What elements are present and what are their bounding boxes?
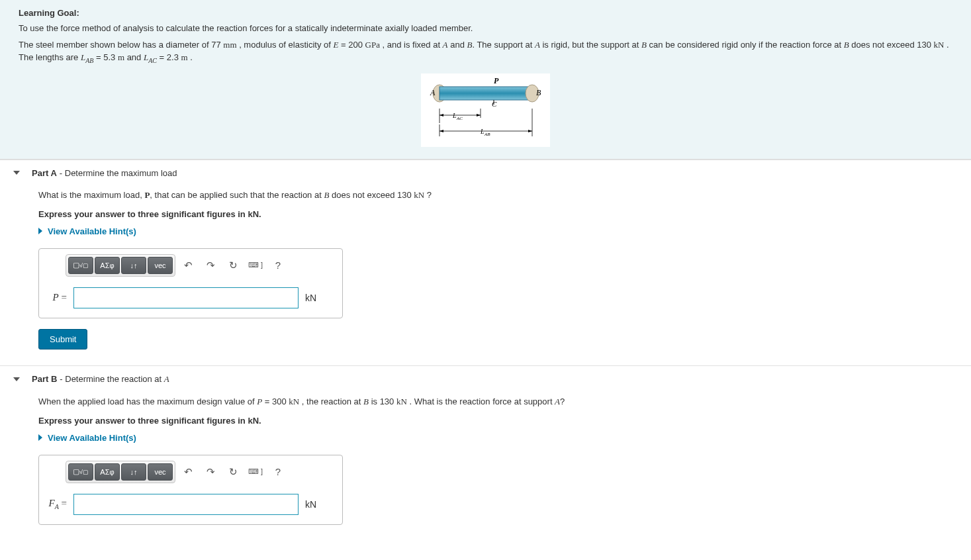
vector-button[interactable]: vec — [148, 257, 173, 274]
learning-goal-panel: Learning Goal: To use the force method o… — [0, 0, 971, 160]
part-b-label: Part B — [32, 374, 57, 384]
unit-label-kN: kN — [305, 293, 316, 303]
svg-marker-12 — [477, 114, 481, 117]
part-b-header[interactable]: Part B - Determine the reaction at A — [0, 366, 971, 393]
unit-label-kN: kN — [305, 499, 316, 510]
undo-button[interactable]: ↶ — [179, 257, 197, 274]
hints-arrow-icon — [38, 434, 42, 441]
part-b-question: When the applied load has the maximum de… — [38, 395, 933, 408]
part-b-express: Express your answer to three significant… — [38, 414, 933, 428]
template-button[interactable]: ▢√▢ — [68, 257, 93, 274]
variable-label-P: P = — [48, 292, 67, 303]
answer-input-FA[interactable] — [73, 494, 299, 515]
collapse-arrow-icon — [13, 377, 20, 381]
svg-marker-14 — [439, 130, 443, 132]
help-button[interactable]: ? — [269, 463, 287, 481]
view-hints-link[interactable]: View Available Hint(s) — [38, 433, 933, 443]
help-button[interactable]: ? — [269, 257, 287, 274]
fig-label-C: C — [492, 100, 497, 108]
part-a-header[interactable]: Part A - Determine the maximum load — [0, 160, 971, 186]
greek-button[interactable]: ΑΣφ — [95, 257, 120, 274]
beam-figure: P A B C — [421, 73, 550, 147]
subscript-button[interactable]: ↓↑ — [121, 463, 146, 481]
answer-input-P[interactable] — [73, 287, 299, 308]
variable-label-FA: FA = — [48, 498, 67, 510]
beam-svg: P A B C — [428, 77, 543, 140]
part-b-subtitle: - Determine the reaction at A — [60, 374, 169, 385]
undo-button[interactable]: ↶ — [179, 463, 197, 481]
view-hints-link[interactable]: View Available Hint(s) — [38, 226, 933, 236]
part-a-label: Part A — [32, 168, 57, 178]
subscript-button[interactable]: ↓↑ — [121, 257, 146, 274]
fig-label-LAC-sub: AC — [456, 116, 463, 121]
fig-label-LAB-sub: AB — [484, 132, 490, 137]
hints-label: View Available Hint(s) — [48, 433, 136, 443]
svg-rect-4 — [439, 87, 532, 100]
collapse-arrow-icon — [13, 171, 20, 175]
learning-goal-title: Learning Goal: — [19, 8, 952, 18]
equation-toolbar: ▢√▢ ΑΣφ ↓↑ vec ↶ ↷ ↻ ⌨ ] ? — [39, 455, 342, 487]
learning-goal-line2: The steel member shown below has a diame… — [19, 38, 952, 66]
part-a-express: Express your answer to three significant… — [38, 208, 933, 221]
fig-label-LAB: L — [480, 128, 485, 135]
figure-container: P A B C — [19, 73, 952, 147]
part-a-question: What is the maximum load, P, that can be… — [38, 189, 933, 202]
reset-button[interactable]: ↻ — [224, 257, 242, 274]
part-a-subtitle: - Determine the maximum load — [60, 168, 177, 178]
hints-label: View Available Hint(s) — [48, 226, 136, 236]
redo-button[interactable]: ↷ — [201, 257, 220, 274]
fig-label-B: B — [536, 88, 541, 97]
answer-box-a: ▢√▢ ΑΣφ ↓↑ vec ↶ ↷ ↻ ⌨ ] ? P = kN — [38, 248, 343, 318]
submit-button[interactable]: Submit — [38, 329, 87, 350]
reset-button[interactable]: ↻ — [224, 463, 242, 481]
greek-button[interactable]: ΑΣφ — [95, 463, 120, 481]
fig-label-A: A — [430, 88, 436, 97]
svg-marker-11 — [439, 114, 443, 117]
answer-box-b: ▢√▢ ΑΣφ ↓↑ vec ↶ ↷ ↻ ⌨ ] ? FA = kN — [38, 455, 343, 525]
svg-marker-15 — [528, 130, 532, 132]
hints-arrow-icon — [38, 228, 42, 234]
vector-button[interactable]: vec — [148, 463, 173, 481]
learning-goal-line1: To use the force method of analysis to c… — [19, 22, 952, 35]
keyboard-button[interactable]: ⌨ ] — [246, 463, 265, 481]
part-a: Part A - Determine the maximum load What… — [0, 160, 971, 365]
equation-toolbar: ▢√▢ ΑΣφ ↓↑ vec ↶ ↷ ↻ ⌨ ] ? — [39, 249, 342, 281]
fig-label-P: P — [494, 77, 499, 85]
fig-label-LAC: L — [452, 112, 457, 119]
part-b: Part B - Determine the reaction at A Whe… — [0, 365, 971, 541]
template-button[interactable]: ▢√▢ — [68, 463, 93, 481]
redo-button[interactable]: ↷ — [201, 463, 220, 481]
keyboard-button[interactable]: ⌨ ] — [246, 257, 265, 274]
